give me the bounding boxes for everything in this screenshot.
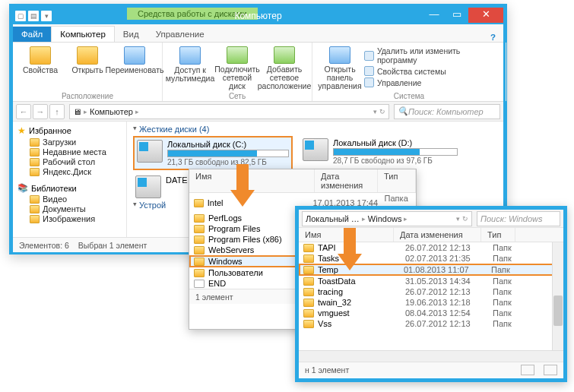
folder-row[interactable]: twain_3219.06.2013 12:18Папк [299, 297, 563, 308]
tab-computer[interactable]: Компьютер [51, 26, 115, 42]
help-icon[interactable]: ? [490, 33, 503, 42]
sidebar-item-yadisk[interactable]: Яндекс.Диск [17, 167, 122, 176]
sidebar-item-docs[interactable]: Документы [17, 204, 122, 213]
titlebar[interactable]: ▢ ▤ ▾ Средства работы с дисками Компьюте… [13, 8, 503, 24]
nav-back-button[interactable]: ← [16, 104, 31, 119]
drive-d[interactable]: Локальный диск (D:) 28,7 ГБ свободно из … [300, 136, 460, 170]
status-selection: 1 элемент [195, 292, 233, 302]
maximize-button[interactable]: ▭ [446, 8, 468, 23]
drive-label: Локальный диск (C:) [167, 140, 289, 149]
drive-icon [135, 175, 161, 198]
drive-icon [303, 138, 328, 161]
sidebar-item-desktop[interactable]: Рабочий стол [17, 157, 122, 166]
folder-row[interactable]: TAPI26.07.2012 12:13Папк [299, 242, 563, 253]
address-bar: Локальный …▸ Windows▸ ▾↻ Поиск: Windows [299, 210, 563, 228]
folder-row[interactable]: tracing26.07.2012 12:13Папк [299, 286, 563, 297]
sidebar-item-recent[interactable]: Недавние места [17, 147, 122, 156]
group-label: Расположение [13, 92, 162, 100]
view-details-icon[interactable] [521, 365, 534, 375]
ribbon: Свойства Открыть Переименовать Расположе… [13, 43, 503, 102]
computer-icon: 🖥 [73, 107, 81, 116]
column-headers[interactable]: Имя Дата изменения Тип [189, 169, 416, 193]
nav-up-button[interactable]: ↑ [49, 104, 65, 119]
breadcrumb[interactable]: 🖥 ▸ Компьютер ▸ ▾↻ [69, 104, 389, 119]
folder-row[interactable]: ToastData31.05.2013 14:34Папк [299, 276, 563, 286]
tab-view[interactable]: Вид [115, 27, 147, 42]
drive-label: Локальный диск (D:) [333, 138, 458, 147]
drive-icon [137, 140, 163, 163]
group-label: Сеть [163, 92, 312, 100]
system-properties-link[interactable]: Свойства системы [364, 66, 501, 76]
tab-manage[interactable]: Управление [147, 27, 213, 42]
close-button[interactable]: ✕ [468, 8, 503, 23]
nav-pane: ★Избранное Загрузки Недавние места Рабоч… [13, 122, 127, 237]
status-item-count: Элементов: 6 [19, 241, 69, 250]
open-button[interactable]: Открыть [65, 45, 110, 90]
search-input[interactable]: 🔍 Поиск: Компьютер [394, 104, 500, 119]
map-drive-button[interactable]: Подключить сетевой диск [214, 45, 260, 90]
drive-c[interactable]: Локальный диск (C:) 21,3 ГБ свободно из … [133, 136, 293, 170]
status-selection: н 1 элемент [305, 365, 349, 375]
media-access-button[interactable]: Доступ к мультимедиа [167, 45, 213, 90]
manage-link[interactable]: Управление [364, 77, 501, 87]
sidebar-item-pics[interactable]: Изображения [17, 214, 122, 223]
qat-icon[interactable]: ▾ [41, 11, 52, 21]
uninstall-program-link[interactable]: Удалить или изменить программу [364, 46, 501, 65]
view-large-icon[interactable] [544, 365, 557, 375]
window-title: Компьютер [234, 11, 281, 21]
sidebar-item-downloads[interactable]: Загрузки [17, 138, 122, 147]
nav-fwd-button[interactable]: → [33, 104, 48, 119]
favorites-header[interactable]: ★Избранное [17, 125, 122, 136]
qat-icon[interactable]: ▤ [28, 11, 39, 21]
minimize-button[interactable]: — [423, 8, 446, 23]
sidebar-item-video[interactable]: Видео [17, 194, 122, 204]
drive-free: 28,7 ГБ свободно из 97,6 ГБ [333, 156, 458, 165]
control-panel-button[interactable]: Открыть панель управления [317, 45, 363, 90]
column-headers[interactable]: Имя Дата изменения Тип [299, 228, 563, 242]
group-label: Система [312, 92, 506, 100]
folder-row[interactable]: vmguest08.04.2013 12:54Папк [299, 308, 563, 318]
scrollbar-vertical[interactable] [552, 242, 563, 350]
ribbon-tabs: Файл Компьютер Вид Управление ? [13, 24, 503, 43]
category-hdd[interactable]: Жесткие диски (4) [133, 125, 497, 134]
address-bar: ← → ↑ 🖥 ▸ Компьютер ▸ ▾↻ 🔍 Поиск: Компью… [13, 102, 503, 122]
tab-file[interactable]: Файл [13, 27, 51, 42]
rename-button[interactable]: Переименовать [112, 45, 157, 90]
status-selection: Выбран 1 элемент [78, 241, 147, 250]
libraries-header[interactable]: 📚Библиотеки [17, 183, 122, 193]
search-input[interactable]: Поиск: Windows [477, 211, 560, 226]
scrollbar-horizontal[interactable] [299, 350, 563, 362]
breadcrumb[interactable]: Локальный …▸ Windows▸ ▾↻ [302, 211, 472, 226]
qat-icon[interactable]: ▢ [15, 11, 26, 21]
add-netloc-button[interactable]: Добавить сетевое расположение [262, 45, 307, 90]
status-bar: н 1 элемент [299, 362, 563, 377]
drive-free: 21,3 ГБ свободно из 82,5 ГБ [167, 158, 289, 166]
properties-button[interactable]: Свойства [17, 45, 63, 90]
explorer-window-windows: Локальный …▸ Windows▸ ▾↻ Поиск: Windows … [295, 206, 567, 382]
folder-row[interactable]: Vss26.07.2012 12:13Папк [299, 318, 563, 329]
